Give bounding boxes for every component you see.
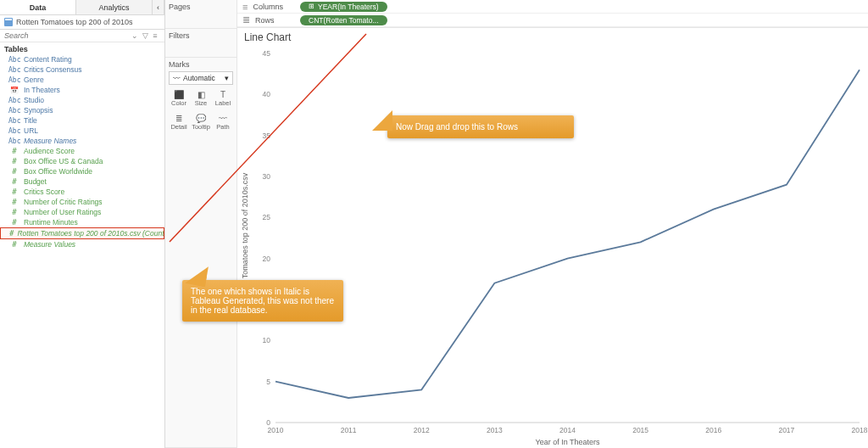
svg-text:30: 30 [263, 172, 271, 181]
marks-card-label: Tooltip [192, 123, 210, 131]
datasource-row[interactable]: Rotten Tomatoes top 200 of 2010s [0, 15, 164, 30]
rows-icon: ≣ [242, 14, 250, 25]
columns-shelf[interactable]: ≡Columns ⊞YEAR(In Theaters) [237, 0, 868, 14]
datasource-name: Rotten Tomatoes top 200 of 2010s [16, 18, 132, 26]
line-chart: 0510202530354045201020112012201320142015… [237, 47, 868, 448]
field-item[interactable]: AbcURL [0, 126, 164, 136]
pages-shelf[interactable]: Pages [165, 0, 236, 29]
field-item[interactable]: #Runtime Minutes [0, 217, 164, 227]
svg-text:2015: 2015 [632, 426, 648, 434]
field-type-icon: # [8, 147, 20, 155]
tab-data[interactable]: Data [0, 0, 76, 14]
field-item[interactable]: AbcStudio [0, 95, 164, 105]
marks-card-detail[interactable]: ≣Detail [169, 111, 189, 133]
svg-text:2017: 2017 [778, 426, 794, 434]
filters-shelf[interactable]: Filters [165, 29, 236, 58]
field-item[interactable]: #Number of Critic Ratings [0, 197, 164, 207]
field-item[interactable]: #Audience Score [0, 146, 164, 156]
field-label: Number of Critic Ratings [24, 198, 103, 206]
marks-card-size[interactable]: ◧Size [191, 87, 211, 109]
marks-card-tooltip[interactable]: 💬Tooltip [191, 111, 211, 133]
marks-label: Marks [169, 60, 233, 69]
marks-card-label: Label [215, 99, 231, 107]
svg-text:45: 45 [263, 49, 271, 58]
field-type-icon: # [8, 208, 20, 216]
field-label: URL [24, 126, 38, 135]
field-item[interactable]: AbcGenre [0, 75, 164, 85]
field-item[interactable]: AbcCritics Consensus [0, 64, 164, 75]
field-item[interactable]: #Measure Values [0, 239, 164, 249]
marks-card-path[interactable]: 〰Path [213, 111, 233, 133]
field-label: Box Office Worldwide [24, 167, 92, 176]
marks-card-icon: 〰 [219, 115, 227, 123]
data-panel-tabs: Data Analytics ‹ [0, 0, 164, 15]
shelves: ≡Columns ⊞YEAR(In Theaters) ≣Rows CNT(Ro… [237, 0, 868, 28]
svg-text:2014: 2014 [559, 426, 576, 434]
field-item[interactable]: AbcMeasure Names [0, 136, 164, 146]
field-item[interactable]: AbcTitle [0, 115, 164, 126]
marks-card-label[interactable]: TLabel [213, 87, 233, 109]
field-type-icon: # [8, 177, 20, 186]
field-type-icon: Abc [8, 137, 20, 145]
field-item[interactable]: #Budget [0, 176, 164, 187]
field-label: Box Office US & Canada [24, 157, 103, 165]
marks-card-icon: 💬 [196, 115, 206, 123]
marks-card-icon: T [220, 91, 225, 99]
rows-pill[interactable]: CNT(Rotten Tomato... [300, 15, 387, 25]
search-input[interactable] [4, 31, 130, 40]
field-item[interactable]: AbcSynopsis [0, 105, 164, 115]
field-label: Measure Names [24, 137, 76, 145]
marks-card-icon: ◧ [198, 91, 205, 99]
marks-card-label: Path [216, 123, 229, 131]
field-label: Studio [24, 96, 44, 104]
svg-text:25: 25 [263, 213, 271, 221]
tab-analytics[interactable]: Analytics [76, 0, 153, 14]
field-label: Runtime Minutes [24, 218, 78, 227]
cards-panel: Pages Filters Marks 〰Automatic ▾ ⬛Color◧… [165, 0, 237, 448]
field-item[interactable]: #Box Office US & Canada [0, 156, 164, 166]
svg-text:2018: 2018 [852, 426, 868, 434]
field-type-icon: Abc [8, 66, 20, 74]
columns-label: Columns [253, 3, 283, 11]
svg-text:5: 5 [266, 378, 270, 386]
field-type-icon: Abc [8, 97, 20, 104]
marks-card-icon: ⬛ [174, 91, 184, 99]
marks-card-color[interactable]: ⬛Color [169, 87, 189, 109]
field-search: ⌄ ▽ ≡ [0, 30, 164, 42]
field-label: Synopsis [24, 106, 53, 115]
field-type-icon: Abc [8, 76, 20, 84]
svg-text:2011: 2011 [341, 426, 357, 434]
field-type-icon: # [8, 188, 20, 196]
field-type-icon: # [8, 167, 20, 176]
filter-icon[interactable]: ▽ [140, 31, 150, 40]
svg-text:40: 40 [263, 90, 271, 98]
field-item[interactable]: #Number of User Ratings [0, 207, 164, 217]
field-label: Critics Consensus [24, 65, 82, 74]
field-item[interactable]: #Critics Score [0, 187, 164, 197]
panel-collapse-button[interactable]: ‹ [153, 0, 164, 14]
field-label: In Theaters [24, 86, 60, 94]
chart-area[interactable]: 0510202530354045201020112012201320142015… [237, 47, 868, 448]
field-item[interactable]: #Rotten Tomatoes top 200 of 2010s.csv (C… [0, 227, 164, 239]
search-dropdown-icon[interactable]: ⌄ [130, 31, 140, 40]
field-label: Audience Score [24, 147, 75, 155]
svg-text:2010: 2010 [268, 426, 284, 434]
field-type-icon: # [8, 157, 20, 165]
rows-shelf[interactable]: ≣Rows CNT(Rotten Tomato... [237, 14, 868, 27]
datasource-icon [4, 18, 13, 26]
rows-label: Rows [255, 16, 275, 25]
field-item[interactable]: #Box Office Worldwide [0, 166, 164, 176]
search-menu-icon[interactable]: ≡ [150, 31, 160, 40]
svg-text:2012: 2012 [414, 426, 430, 434]
columns-pill[interactable]: ⊞YEAR(In Theaters) [300, 2, 387, 12]
svg-text:2013: 2013 [487, 426, 503, 434]
marks-card: Marks 〰Automatic ▾ ⬛Color◧SizeTLabel≣Det… [165, 58, 236, 448]
marks-grid: ⬛Color◧SizeTLabel≣Detail💬Tooltip〰Path [169, 87, 233, 133]
sheet-title[interactable]: Line Chart [237, 28, 868, 47]
svg-text:35: 35 [263, 132, 271, 140]
field-item[interactable]: 📅In Theaters [0, 85, 164, 95]
field-type-icon: Abc [8, 56, 20, 64]
field-item[interactable]: AbcContent Rating [0, 54, 164, 64]
field-type-icon: # [8, 218, 20, 227]
mark-type-dropdown[interactable]: 〰Automatic ▾ [169, 71, 233, 85]
